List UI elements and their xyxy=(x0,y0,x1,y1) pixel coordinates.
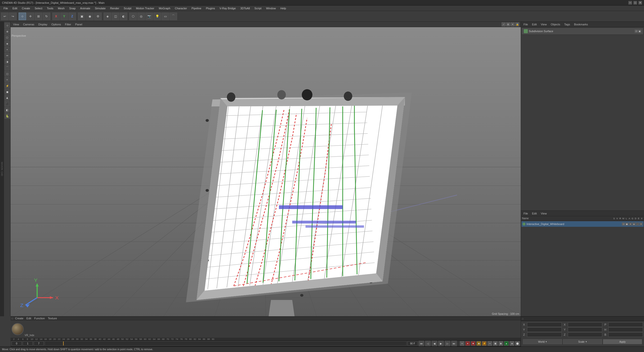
axis-z-btn[interactable]: Z xyxy=(68,13,76,20)
render-settings-btn[interactable]: ⚙ xyxy=(94,13,102,20)
world-btn[interactable]: World ▾ xyxy=(523,339,562,344)
render-seq-btn[interactable]: ◉ xyxy=(499,341,503,346)
rt-menu-objects[interactable]: Objects xyxy=(550,23,561,26)
light-btn[interactable]: 💡 xyxy=(153,13,161,20)
start-frame-input[interactable] xyxy=(12,341,22,346)
menu-item-motion tracker[interactable]: Motion Tracker xyxy=(134,6,156,10)
y-pos-field[interactable] xyxy=(527,327,562,332)
timeline-scrubber[interactable] xyxy=(45,341,407,346)
rt-menu-tags[interactable]: Tags xyxy=(563,23,571,26)
viewport-menu-filter[interactable]: Filter xyxy=(64,23,72,26)
play-btn[interactable]: ▶ xyxy=(438,341,444,346)
viewport[interactable]: View Cameras Display Options Filter Pane… xyxy=(11,22,521,316)
display-mode-btn[interactable]: ◫ xyxy=(112,13,119,20)
floor-btn[interactable]: ▭ xyxy=(162,13,169,20)
menu-item-pipeline[interactable]: Pipeline xyxy=(189,6,203,10)
z-rot-field[interactable] xyxy=(608,332,643,337)
obj-icon-s[interactable]: ☑ xyxy=(622,223,625,226)
select-tool-btn[interactable]: ⊹ xyxy=(19,13,26,20)
menu-item-snap[interactable]: Snap xyxy=(67,6,78,10)
obj-toggle-1[interactable]: ☑ xyxy=(635,30,638,33)
x-pos-field[interactable] xyxy=(527,322,562,327)
menu-item-animate[interactable]: Animate xyxy=(78,6,92,10)
axis-y-btn[interactable]: Y xyxy=(60,13,68,20)
z-size-field[interactable] xyxy=(568,332,602,337)
loop-btn[interactable]: ∞ xyxy=(460,341,464,346)
next-frame-btn[interactable]: ▷ xyxy=(445,341,450,346)
tool-selection[interactable]: ⊹ xyxy=(5,23,10,28)
axis-x-btn[interactable]: X xyxy=(52,13,60,20)
menu-item-create[interactable]: Create xyxy=(20,6,32,10)
menu-item-script[interactable]: Script xyxy=(252,6,263,10)
go-to-end-btn[interactable]: ⏭ xyxy=(451,341,457,346)
spline-btn[interactable]: ⌒ xyxy=(170,13,177,20)
x-rot-field[interactable] xyxy=(608,322,643,327)
camera-btn[interactable]: 📷 xyxy=(145,13,153,20)
rb-menu-file[interactable]: File xyxy=(522,212,529,215)
maximize-btn[interactable]: □ xyxy=(633,1,637,5)
viewport-3d[interactable]: Perspective xyxy=(11,27,521,316)
tool-character[interactable]: ♟ xyxy=(5,95,10,101)
objects-btn[interactable]: ⬡ xyxy=(129,13,137,20)
x-size-field[interactable] xyxy=(568,322,602,327)
mat-menu-create[interactable]: Create xyxy=(14,317,24,320)
window-controls[interactable]: ─ □ ✕ xyxy=(628,1,642,5)
obj-icon-m[interactable]: ▾ xyxy=(629,223,632,226)
viewport-menu-view[interactable]: View xyxy=(12,23,20,26)
mat-menu-function[interactable]: Function xyxy=(33,317,46,320)
obj-toggle-2[interactable]: ▣ xyxy=(638,30,641,33)
obj-icon-a[interactable]: → xyxy=(636,223,639,226)
rt-menu-bookmarks[interactable]: Bookmarks xyxy=(573,23,589,26)
null-btn[interactable]: ◎ xyxy=(137,13,145,20)
tool-move[interactable]: ⊕ xyxy=(5,29,10,34)
menu-item-tools[interactable]: Tools xyxy=(45,6,55,10)
apply-btn[interactable]: Apply xyxy=(603,339,642,344)
scale-tool-btn[interactable]: ⊞ xyxy=(35,13,42,20)
track-btn[interactable]: ⊸ xyxy=(488,341,492,346)
menu-item-select[interactable]: Select xyxy=(33,6,45,10)
motion-btn[interactable]: ⚡ xyxy=(482,341,487,346)
go-to-start-btn[interactable]: ⏮ xyxy=(419,341,424,346)
scale-btn[interactable]: Scale ▾ xyxy=(563,339,602,344)
tool-extra2[interactable]: ◧ xyxy=(5,107,10,113)
menu-item-mesh[interactable]: Mesh xyxy=(56,6,67,10)
tool-loft[interactable]: ◻ xyxy=(5,71,10,76)
y-size-field[interactable] xyxy=(568,327,602,332)
y-rot-field[interactable] xyxy=(608,327,643,332)
close-btn[interactable]: ✕ xyxy=(638,1,642,5)
tool-edge[interactable]: ◈ xyxy=(5,41,10,46)
record-btn[interactable]: ● xyxy=(465,341,470,346)
menu-item-render[interactable]: Render xyxy=(108,6,121,10)
rb-menu-view[interactable]: View xyxy=(540,212,548,215)
viewport-filter-btn[interactable]: ◈ xyxy=(104,13,111,20)
tool-deform[interactable]: ⟡ xyxy=(5,77,10,82)
z-pos-field[interactable] xyxy=(527,332,562,337)
viewport-close-btn[interactable]: ✕ xyxy=(511,22,515,26)
tool-spline[interactable]: ⌒ xyxy=(5,65,10,70)
end-frame-input[interactable] xyxy=(34,341,44,346)
menu-item-3dtoall[interactable]: 3DToAll xyxy=(238,6,252,10)
menu-item-mograph[interactable]: MoGraph xyxy=(157,6,172,10)
menu-item-plugins[interactable]: Plugins xyxy=(204,6,217,10)
menu-item-character[interactable]: Character xyxy=(173,6,189,10)
menu-item-help[interactable]: Help xyxy=(278,6,288,10)
viewport-menu-panel[interactable]: Panel xyxy=(74,23,83,26)
render-btn[interactable]: ◉ xyxy=(86,13,94,20)
obj-icon-l[interactable]: ◈ xyxy=(632,223,635,226)
preview-btn[interactable]: ▣ xyxy=(493,341,498,346)
menu-item-window[interactable]: Window xyxy=(264,6,278,10)
menu-item-v-ray bridge[interactable]: V-Ray Bridge xyxy=(218,6,238,10)
minimize-btn[interactable]: ─ xyxy=(628,1,632,5)
prev-frame-btn[interactable]: ◁ xyxy=(425,341,431,346)
move-tool-btn[interactable]: ✛ xyxy=(27,13,34,20)
menu-item-edit[interactable]: Edit xyxy=(11,6,19,10)
viewport-layout-btn[interactable]: ⊞ xyxy=(506,22,510,26)
tool-sculpt[interactable]: ◑ xyxy=(5,59,10,64)
list-item[interactable]: Interactive_Digital_Whiteboard ☑ ▣ ▾ ◈ →… xyxy=(521,221,643,227)
menu-item-sculpt[interactable]: Sculpt xyxy=(122,6,134,10)
tool-effector[interactable]: ⚡ xyxy=(5,83,10,89)
extra-btn1[interactable]: ◈ xyxy=(510,341,514,346)
rt-menu-file[interactable]: File xyxy=(522,23,529,26)
viewport-menu-options[interactable]: Options xyxy=(50,23,62,26)
menu-item-file[interactable]: File xyxy=(2,6,10,10)
